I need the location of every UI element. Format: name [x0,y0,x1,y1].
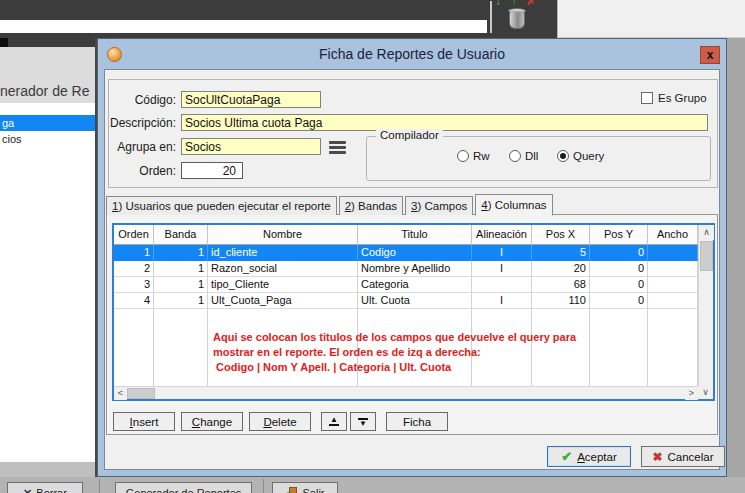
table-cell: id_cliente [208,245,358,261]
radio-icon [509,150,521,162]
radio-label: Query [573,150,604,162]
close-icon[interactable]: x [700,46,720,64]
dialog-titlebar[interactable]: Ficha de Reportes de Usuario x [98,39,726,69]
ficha-de-reportes-dialog: Ficha de Reportes de Usuario x Código: E… [97,38,727,477]
generador-de-reportes-button[interactable]: Generador de Reportes [115,482,252,493]
background-bottom-bar: ✕ Borrar Generador de Reportes ◄ Salir [0,477,745,493]
tab-1[interactable]: 1) Usuarios que pueden ejecutar el repor… [106,196,337,215]
column-header[interactable]: Banda [154,225,208,245]
table-cell: tipo_Cliente [208,277,358,293]
check-icon: ✔ [561,449,572,464]
red-annotation: Aqui se colocan los titulos de los campo… [213,330,593,375]
menu-icon[interactable] [329,138,349,156]
toolbar-text-input[interactable] [0,20,487,33]
screen: ↓ ↑ ✗ nerador de Re gacios ✕ Borrar Gene… [0,0,745,493]
borrar-label: Borrar [36,487,67,493]
vertical-scroll-thumb[interactable] [700,241,713,271]
trash-icon[interactable] [505,8,529,33]
radio-option-rw[interactable]: Rw [457,150,490,162]
column-header[interactable]: Ancho [648,225,698,245]
agrupa-en-label: Agrupa en: [105,140,176,154]
grid-column-line [648,309,698,386]
table-row[interactable]: 31tipo_ClienteCategoria680 [114,277,698,293]
descripcion-label: Descripción: [105,116,176,130]
tab-panel-columnas: OrdenBandaNombreTituloAlineaciónPos XPos… [106,214,718,435]
scroll-down-icon[interactable]: ∨ [698,386,713,399]
ficha-label: Ficha [403,416,431,428]
grid-header-row: OrdenBandaNombreTituloAlineaciónPos XPos… [114,225,698,245]
borrar-x-icon: ✕ [23,487,32,493]
table-cell: 1 [114,245,154,261]
delete-button[interactable]: Delete [249,412,311,431]
move-up-button[interactable]: ▲ [321,412,347,431]
column-header[interactable]: Nombre [208,225,358,245]
arrow-up-icon[interactable]: ↑ [511,0,517,7]
table-cell: Codigo [358,245,472,261]
es-grupo-checkbox[interactable]: Es Grupo [641,92,707,104]
table-cell [648,277,698,293]
grid-column-line [154,309,208,386]
report-list: gacios [0,103,95,462]
orden-label: Orden: [105,164,176,178]
table-cell: 3 [114,277,154,293]
horizontal-scroll-thumb[interactable] [127,388,155,399]
move-up-icon: ▲ [329,417,339,427]
scroll-right-icon[interactable]: > [685,387,698,400]
codigo-input[interactable] [181,91,321,108]
compilador-label: Compilador [376,129,443,141]
radio-option-dll[interactable]: Dll [509,150,538,162]
list-item[interactable]: cios [0,131,95,147]
change-button[interactable]: Change [181,412,243,431]
codigo-label: Código: [105,93,176,107]
table-cell: 110 [532,293,590,309]
column-header[interactable]: Alineación [472,225,532,245]
cancelar-label: Cancelar [668,451,714,463]
column-header[interactable]: Orden [114,225,154,245]
checkbox-box [641,92,653,104]
tab-2[interactable]: 2) Bandas [339,196,403,215]
table-row[interactable]: 21Razon_socialNombre y ApellidoI200 [114,261,698,277]
arrow-down-icon[interactable]: ↓ [495,0,501,7]
tab-strip: 1) Usuarios que pueden ejecutar el repor… [106,193,555,215]
agrupa-en-input[interactable] [181,138,321,155]
radio-label: Rw [473,150,490,162]
radio-label: Dll [525,150,538,162]
cancelar-button[interactable]: ✖ Cancelar [641,446,725,467]
background-toolbar: ↓ ↑ ✗ [0,0,557,38]
annotation-line: mostrar en el reporte. El orden es de iz… [213,345,593,360]
vertical-scrollbar[interactable]: ∧ [698,225,713,386]
background-panel-top-right [557,0,745,38]
radio-option-query[interactable]: Query [557,150,604,162]
dialog-title: Ficha de Reportes de Usuario [98,39,726,69]
list-item[interactable]: ga [0,115,95,131]
aceptar-button[interactable]: ✔ Aceptar [547,446,631,467]
tab-4[interactable]: 4) Columnas [475,194,552,216]
column-header[interactable]: Titulo [358,225,472,245]
small-x-icon[interactable]: ✗ [526,0,536,7]
column-header[interactable]: Pos Y [590,225,648,245]
salir-button[interactable]: ◄ Salir [272,482,338,493]
orden-input[interactable] [181,162,243,179]
table-row[interactable]: 11id_clienteCodigoI50 [114,245,698,261]
ficha-button[interactable]: Ficha [386,412,448,431]
table-cell: 0 [590,245,648,261]
bottombar-separator [263,479,264,493]
table-cell [472,277,532,293]
insert-button[interactable]: Insert [113,412,175,431]
horizontal-scrollbar[interactable]: < > [114,386,698,399]
move-down-button[interactable]: ▼ [350,412,376,431]
table-cell: 20 [532,261,590,277]
table-cell: 0 [590,277,648,293]
descripcion-input[interactable] [181,114,708,131]
scroll-up-icon[interactable]: ∧ [699,225,714,240]
leftwin-top-strip [0,38,95,47]
column-header[interactable]: Pos X [532,225,590,245]
table-row[interactable]: 41Ult_Cuota_PagaUlt. CuotaI1100 [114,293,698,309]
compilador-groupbox: Compilador RwDllQuery [366,136,711,181]
table-cell: 0 [590,261,648,277]
aceptar-label: Aceptar [577,451,617,463]
borrar-button[interactable]: ✕ Borrar [7,482,83,493]
table-cell: Ult. Cuota [358,293,472,309]
scroll-left-icon[interactable]: < [114,387,127,400]
tab-3[interactable]: 3) Campos [405,196,473,215]
